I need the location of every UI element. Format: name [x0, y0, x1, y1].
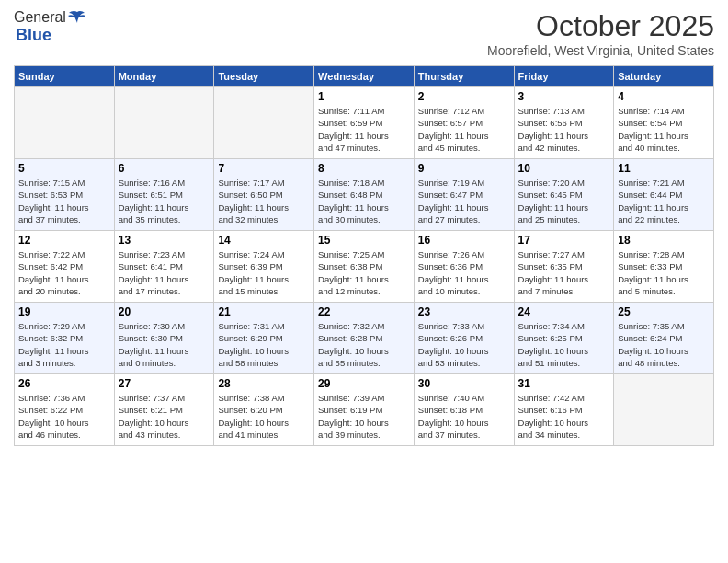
table-row [15, 87, 115, 159]
table-row: 10Sunrise: 7:20 AM Sunset: 6:45 PM Dayli… [514, 159, 614, 231]
calendar-week-row: 5Sunrise: 7:15 AM Sunset: 6:53 PM Daylig… [15, 159, 714, 231]
header-sunday: Sunday [15, 66, 115, 87]
table-row: 13Sunrise: 7:23 AM Sunset: 6:41 PM Dayli… [114, 231, 214, 303]
month-title: October 2025 [487, 9, 714, 43]
day-info: Sunrise: 7:30 AM Sunset: 6:30 PM Dayligh… [119, 320, 210, 369]
day-number: 29 [318, 377, 410, 390]
table-row: 31Sunrise: 7:42 AM Sunset: 6:16 PM Dayli… [514, 374, 614, 446]
table-row: 3Sunrise: 7:13 AM Sunset: 6:56 PM Daylig… [514, 87, 614, 159]
table-row: 4Sunrise: 7:14 AM Sunset: 6:54 PM Daylig… [614, 87, 714, 159]
day-info: Sunrise: 7:15 AM Sunset: 6:53 PM Dayligh… [18, 177, 110, 225]
calendar-week-row: 12Sunrise: 7:22 AM Sunset: 6:42 PM Dayli… [15, 231, 714, 303]
day-number: 27 [119, 377, 210, 390]
day-info: Sunrise: 7:34 AM Sunset: 6:25 PM Dayligh… [518, 320, 610, 369]
table-row: 11Sunrise: 7:21 AM Sunset: 6:44 PM Dayli… [614, 159, 714, 231]
day-info: Sunrise: 7:21 AM Sunset: 6:44 PM Dayligh… [618, 177, 710, 225]
day-info: Sunrise: 7:32 AM Sunset: 6:28 PM Dayligh… [318, 320, 410, 369]
calendar-table: Sunday Monday Tuesday Wednesday Thursday… [14, 65, 714, 446]
day-info: Sunrise: 7:12 AM Sunset: 6:57 PM Dayligh… [418, 105, 510, 154]
header-tuesday: Tuesday [214, 66, 314, 87]
table-row: 7Sunrise: 7:17 AM Sunset: 6:50 PM Daylig… [214, 159, 314, 231]
table-row: 14Sunrise: 7:24 AM Sunset: 6:39 PM Dayli… [214, 231, 314, 303]
table-row: 28Sunrise: 7:38 AM Sunset: 6:20 PM Dayli… [214, 374, 314, 446]
location-subtitle: Moorefield, West Virginia, United States [487, 43, 714, 58]
day-number: 24 [518, 305, 610, 318]
table-row [214, 87, 314, 159]
day-number: 28 [218, 377, 310, 390]
day-info: Sunrise: 7:24 AM Sunset: 6:39 PM Dayligh… [218, 248, 310, 297]
logo: General Blue [14, 9, 86, 45]
day-info: Sunrise: 7:38 AM Sunset: 6:20 PM Dayligh… [218, 392, 310, 441]
table-row: 9Sunrise: 7:19 AM Sunset: 6:47 PM Daylig… [414, 159, 514, 231]
day-info: Sunrise: 7:28 AM Sunset: 6:33 PM Dayligh… [618, 248, 710, 297]
table-row: 24Sunrise: 7:34 AM Sunset: 6:25 PM Dayli… [514, 303, 614, 374]
day-number: 19 [18, 305, 110, 318]
table-row: 27Sunrise: 7:37 AM Sunset: 6:21 PM Dayli… [114, 374, 214, 446]
day-info: Sunrise: 7:25 AM Sunset: 6:38 PM Dayligh… [318, 248, 410, 297]
day-number: 1 [318, 90, 410, 103]
day-number: 2 [418, 90, 510, 103]
day-number: 3 [518, 90, 610, 103]
day-info: Sunrise: 7:17 AM Sunset: 6:50 PM Dayligh… [218, 177, 310, 225]
header: General Blue October 2025 Moorefield, We… [14, 9, 714, 58]
day-info: Sunrise: 7:29 AM Sunset: 6:32 PM Dayligh… [18, 320, 110, 369]
day-number: 12 [18, 234, 110, 247]
header-thursday: Thursday [414, 66, 514, 87]
day-info: Sunrise: 7:26 AM Sunset: 6:36 PM Dayligh… [418, 248, 510, 297]
day-info: Sunrise: 7:14 AM Sunset: 6:54 PM Dayligh… [618, 105, 710, 154]
day-number: 26 [18, 377, 110, 390]
table-row: 23Sunrise: 7:33 AM Sunset: 6:26 PM Dayli… [414, 303, 514, 374]
table-row: 1Sunrise: 7:11 AM Sunset: 6:59 PM Daylig… [314, 87, 415, 159]
day-number: 17 [518, 234, 610, 247]
day-number: 10 [518, 162, 610, 175]
table-row: 2Sunrise: 7:12 AM Sunset: 6:57 PM Daylig… [414, 87, 514, 159]
calendar-week-row: 19Sunrise: 7:29 AM Sunset: 6:32 PM Dayli… [15, 303, 714, 374]
day-info: Sunrise: 7:20 AM Sunset: 6:45 PM Dayligh… [518, 177, 610, 225]
header-saturday: Saturday [614, 66, 714, 87]
day-number: 5 [18, 162, 110, 175]
table-row: 30Sunrise: 7:40 AM Sunset: 6:18 PM Dayli… [414, 374, 514, 446]
day-number: 30 [418, 377, 510, 390]
table-row: 5Sunrise: 7:15 AM Sunset: 6:53 PM Daylig… [15, 159, 115, 231]
day-info: Sunrise: 7:37 AM Sunset: 6:21 PM Dayligh… [119, 392, 210, 441]
day-info: Sunrise: 7:19 AM Sunset: 6:47 PM Dayligh… [418, 177, 510, 225]
day-number: 25 [618, 305, 710, 318]
day-info: Sunrise: 7:23 AM Sunset: 6:41 PM Dayligh… [119, 248, 210, 297]
day-info: Sunrise: 7:40 AM Sunset: 6:18 PM Dayligh… [418, 392, 510, 441]
day-info: Sunrise: 7:36 AM Sunset: 6:22 PM Dayligh… [18, 392, 110, 441]
day-number: 6 [119, 162, 210, 175]
table-row: 25Sunrise: 7:35 AM Sunset: 6:24 PM Dayli… [614, 303, 714, 374]
day-info: Sunrise: 7:22 AM Sunset: 6:42 PM Dayligh… [18, 248, 110, 297]
day-number: 22 [318, 305, 410, 318]
table-row: 6Sunrise: 7:16 AM Sunset: 6:51 PM Daylig… [114, 159, 214, 231]
table-row: 16Sunrise: 7:26 AM Sunset: 6:36 PM Dayli… [414, 231, 514, 303]
day-info: Sunrise: 7:39 AM Sunset: 6:19 PM Dayligh… [318, 392, 410, 441]
logo-general-text: General [14, 9, 66, 26]
header-friday: Friday [514, 66, 614, 87]
table-row: 29Sunrise: 7:39 AM Sunset: 6:19 PM Dayli… [314, 374, 415, 446]
logo-blue-text: Blue [16, 26, 51, 45]
table-row [114, 87, 214, 159]
day-number: 4 [618, 90, 710, 103]
day-info: Sunrise: 7:18 AM Sunset: 6:48 PM Dayligh… [318, 177, 410, 225]
table-row: 15Sunrise: 7:25 AM Sunset: 6:38 PM Dayli… [314, 231, 415, 303]
day-number: 13 [119, 234, 210, 247]
day-info: Sunrise: 7:42 AM Sunset: 6:16 PM Dayligh… [518, 392, 610, 441]
day-number: 14 [218, 234, 310, 247]
table-row: 8Sunrise: 7:18 AM Sunset: 6:48 PM Daylig… [314, 159, 415, 231]
day-info: Sunrise: 7:13 AM Sunset: 6:56 PM Dayligh… [518, 105, 610, 154]
day-info: Sunrise: 7:33 AM Sunset: 6:26 PM Dayligh… [418, 320, 510, 369]
header-monday: Monday [114, 66, 214, 87]
table-row: 18Sunrise: 7:28 AM Sunset: 6:33 PM Dayli… [614, 231, 714, 303]
day-number: 11 [618, 162, 710, 175]
day-number: 20 [119, 305, 210, 318]
table-row: 22Sunrise: 7:32 AM Sunset: 6:28 PM Dayli… [314, 303, 415, 374]
table-row: 12Sunrise: 7:22 AM Sunset: 6:42 PM Dayli… [15, 231, 115, 303]
day-number: 7 [218, 162, 310, 175]
day-number: 8 [318, 162, 410, 175]
day-number: 18 [618, 234, 710, 247]
day-info: Sunrise: 7:16 AM Sunset: 6:51 PM Dayligh… [119, 177, 210, 225]
day-number: 9 [418, 162, 510, 175]
table-row: 21Sunrise: 7:31 AM Sunset: 6:29 PM Dayli… [214, 303, 314, 374]
table-row: 19Sunrise: 7:29 AM Sunset: 6:32 PM Dayli… [15, 303, 115, 374]
